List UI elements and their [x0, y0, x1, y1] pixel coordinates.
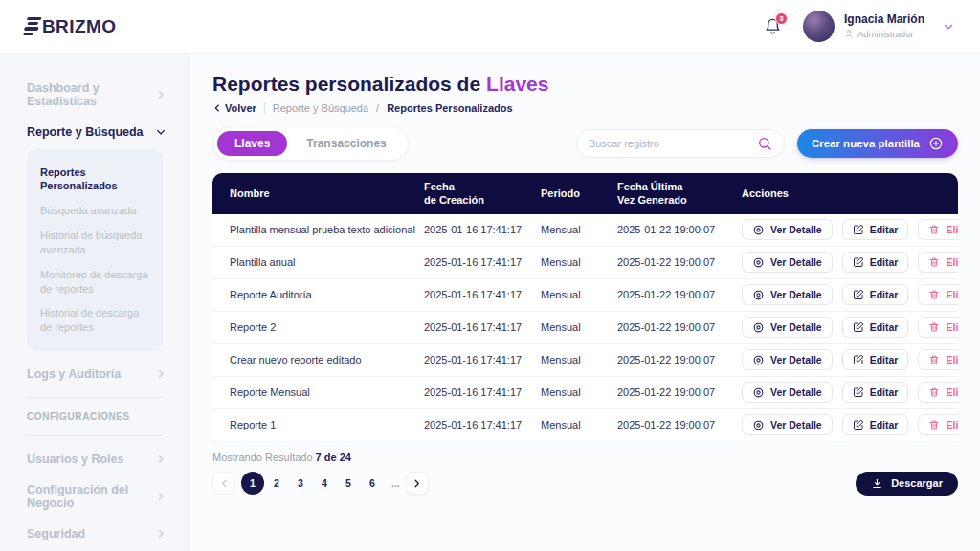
sidebar-item-logs-auditoria[interactable]: Logs y Auditoría — [0, 359, 188, 389]
breadcrumb-parent[interactable]: Reporte y Búsqueda — [273, 102, 368, 114]
pagination-ellipsis: ... — [391, 477, 400, 489]
view-detail-button[interactable]: Ver Detalle — [742, 382, 833, 403]
pagination-prev-button[interactable] — [212, 472, 235, 495]
view-detail-button[interactable]: Ver Detalle — [742, 252, 833, 273]
download-button[interactable]: Descargar — [856, 472, 958, 496]
column-header-fecha-creacion: Fechade Creación — [424, 180, 541, 208]
cell-periodo: Mensual — [541, 224, 617, 235]
pagination-page-button[interactable]: 5 — [337, 472, 360, 495]
cell-fecha-ultima: 2025-01-22 19:00:07 — [617, 256, 742, 268]
cell-fecha-creacion: 2025-01-16 17:41:17 — [424, 386, 541, 398]
chevron-left-icon — [219, 478, 230, 489]
pagination-page-button[interactable]: 4 — [313, 472, 336, 495]
chevron-down-icon — [155, 126, 167, 138]
delete-button[interactable]: Eliminar — [918, 219, 958, 240]
notifications-button[interactable]: 3 — [764, 17, 782, 35]
cell-acciones: Ver Detalle Editar Eliminar — [742, 382, 958, 403]
edit-button[interactable]: Editar — [842, 414, 909, 435]
delete-button[interactable]: Eliminar — [918, 414, 958, 435]
cell-fecha-creacion: 2025-01-16 17:41:17 — [424, 289, 541, 300]
pagination-pages: 1 2 3 4 5 6 — [241, 472, 384, 495]
search-box — [576, 129, 785, 158]
cell-fecha-ultima: 2025-01-22 19:00:07 — [617, 386, 742, 398]
view-detail-button[interactable]: Ver Detalle — [742, 284, 833, 305]
back-link[interactable]: Volver — [212, 102, 256, 114]
chevron-right-icon — [155, 368, 167, 380]
delete-button[interactable]: Eliminar — [918, 382, 958, 403]
cell-periodo: Mensual — [541, 321, 617, 333]
chevron-right-icon — [155, 89, 167, 100]
edit-button[interactable]: Editar — [842, 252, 909, 273]
results-count: 7 de 24 — [316, 452, 351, 463]
view-detail-button[interactable]: Ver Detalle — [742, 349, 833, 370]
delete-button[interactable]: Eliminar — [918, 349, 958, 370]
controls-row: Llaves Transacciones Crear nueva plantil… — [212, 126, 958, 161]
pagination-page-button[interactable]: 3 — [289, 472, 312, 495]
edit-button[interactable]: Editar — [842, 349, 909, 370]
edit-icon — [853, 354, 864, 365]
chevron-right-icon — [412, 478, 422, 489]
sidebar-submenu-item[interactable]: Historial de descarga de reportes — [38, 301, 151, 341]
sidebar-item-reporte-busqueda[interactable]: Reporte y Búsqueda — [0, 117, 188, 147]
sidebar-section-configuraciones: CONFIGURACIONES — [0, 406, 188, 428]
edit-button[interactable]: Editar — [842, 317, 909, 338]
user-menu[interactable]: Ignacia Marión Administrador — [803, 11, 955, 42]
sidebar-item[interactable]: Seguridad — [0, 518, 188, 549]
cell-periodo: Mensual — [541, 419, 617, 430]
table-row: Crear nuevo reporte editado 2025-01-16 1… — [212, 344, 958, 377]
sidebar-item-dashboard[interactable]: Dashboard y Estadísticas — [0, 73, 188, 117]
search-input[interactable] — [589, 138, 757, 149]
cell-fecha-ultima: 2025-01-22 19:00:07 — [617, 224, 742, 235]
download-icon — [871, 477, 883, 490]
table-body: Plantilla mensual prueba texto adicional… — [212, 214, 958, 442]
user-chevron-down-icon[interactable] — [942, 20, 955, 33]
edit-button[interactable]: Editar — [842, 219, 909, 240]
search-icon[interactable] — [757, 136, 772, 151]
cell-nombre: Reporte 2 — [230, 321, 424, 333]
create-template-button[interactable]: Crear nueva plantilla — [797, 129, 958, 158]
sidebar-submenu-item[interactable]: Reportes Personalizados — [38, 160, 151, 199]
cell-periodo: Mensual — [541, 386, 617, 398]
pagination-page-button[interactable]: 1 — [241, 472, 264, 495]
tab-transacciones[interactable]: Transacciones — [289, 131, 403, 156]
sidebar-submenu-item[interactable]: Monitoreo de descarga de reportes — [38, 262, 151, 301]
view-target-icon — [752, 354, 765, 366]
delete-button[interactable]: Eliminar — [918, 284, 958, 305]
edit-icon — [853, 224, 864, 235]
delete-button[interactable]: Eliminar — [918, 317, 958, 338]
sidebar-config-group: Usuarios y Roles Configuración del Negoc… — [0, 444, 188, 551]
column-header-periodo: Periodo — [541, 187, 617, 200]
plus-circle-icon — [928, 136, 944, 151]
sidebar-item[interactable]: Usuarios y Roles — [0, 444, 188, 474]
sidebar-item[interactable]: Configuración del Negocio — [0, 474, 188, 518]
tab-llaves[interactable]: Llaves — [217, 131, 287, 156]
table-row: Plantilla mensual prueba texto adicional… — [212, 214, 958, 247]
view-detail-button[interactable]: Ver Detalle — [742, 317, 833, 338]
tab-group: Llaves Transacciones — [212, 126, 409, 161]
pagination-page-button[interactable]: 6 — [361, 472, 384, 495]
cell-nombre: Reporte 1 — [230, 419, 424, 430]
sidebar-submenu-item[interactable]: Historial de búsqueda avanzada — [38, 224, 151, 263]
user-role: Administrador — [844, 29, 924, 39]
view-detail-button[interactable]: Ver Detalle — [742, 219, 833, 240]
edit-icon — [853, 321, 864, 333]
sidebar-submenu-item[interactable]: Búsqueda avanzada — [38, 199, 151, 224]
pagination-next-button[interactable] — [406, 472, 429, 495]
table-row: Reporte Auditoría 2025-01-16 17:41:17 Me… — [212, 279, 958, 312]
edit-button[interactable]: Editar — [842, 382, 909, 403]
pagination-page-button[interactable]: 2 — [265, 472, 288, 495]
edit-icon — [853, 419, 864, 430]
chevron-right-icon — [155, 453, 167, 465]
trash-icon — [928, 224, 940, 235]
delete-button[interactable]: Eliminar — [918, 252, 958, 273]
view-detail-button[interactable]: Ver Detalle — [742, 414, 833, 435]
table-row: Reporte Mensual 2025-01-16 17:41:17 Mens… — [212, 377, 958, 409]
sidebar-divider — [26, 397, 162, 398]
trash-icon — [928, 419, 940, 430]
results-summary: Mostrando Resultado7 de 24 — [212, 452, 958, 463]
edit-button[interactable]: Editar — [842, 284, 909, 305]
topbar: BRIZMO 3 Ignacia Marión Administrador — [0, 0, 980, 54]
cell-periodo: Mensual — [541, 256, 617, 268]
notification-badge: 3 — [775, 12, 788, 25]
brand-name: BRIZMO — [42, 16, 116, 37]
